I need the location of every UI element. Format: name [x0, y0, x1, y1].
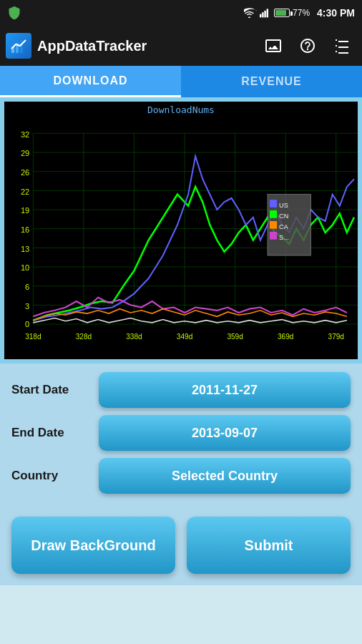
svg-rect-48	[270, 221, 277, 229]
svg-text:19: 19	[21, 206, 29, 215]
svg-rect-50	[270, 232, 277, 240]
chart-container: DownloadNums 0 3 6 10	[0, 97, 362, 364]
svg-rect-1	[262, 12, 263, 17]
submit-button[interactable]: Submit	[187, 517, 351, 574]
image-button[interactable]	[259, 31, 288, 60]
country-row: Country Selected Country	[11, 458, 351, 494]
svg-text:3: 3	[25, 301, 29, 310]
chart-logo-icon	[10, 37, 27, 54]
svg-text:328d: 328d	[76, 333, 92, 341]
svg-text:22: 22	[21, 187, 29, 195]
svg-text:359d: 359d	[227, 333, 243, 341]
tab-revenue[interactable]: REVENUE	[181, 66, 362, 97]
svg-text:349d: 349d	[177, 333, 193, 341]
svg-rect-44	[270, 200, 277, 208]
help-button[interactable]	[293, 31, 322, 60]
svg-text:13: 13	[21, 244, 29, 253]
svg-text:0: 0	[25, 320, 29, 328]
tab-bar: DOWNLOAD REVENUE	[0, 66, 362, 97]
end-date-label: End Date	[11, 426, 90, 440]
chart-inner: DownloadNums 0 3 6 10	[4, 102, 358, 359]
status-time: 4:30 PM	[317, 7, 355, 19]
chart-svg: 0 3 6 10 13 16 19 22 26 29 32 318d 328d …	[4, 118, 358, 347]
start-date-row: Start Date 2011-11-27	[11, 372, 351, 408]
security-icon	[7, 6, 21, 20]
wifi-icon	[244, 8, 257, 18]
svg-rect-3	[267, 9, 268, 17]
chart-title: DownloadNums	[4, 102, 358, 118]
svg-text:369d: 369d	[278, 333, 294, 341]
svg-text:29: 29	[21, 149, 29, 157]
app-title: AppDataTracker	[37, 38, 253, 54]
help-icon	[299, 37, 316, 54]
start-date-button[interactable]: 2011-11-27	[99, 372, 351, 408]
settings-icon	[333, 37, 351, 54]
svg-text:16: 16	[21, 225, 29, 234]
svg-text:10: 10	[21, 263, 29, 272]
image-icon	[265, 37, 282, 54]
draw-background-button[interactable]: Draw BackGround	[11, 517, 175, 574]
status-bar-left	[7, 6, 21, 20]
svg-text:318d: 318d	[25, 333, 41, 341]
status-icons: 77% 4:30 PM	[244, 7, 355, 19]
bottom-area: Draw BackGround Submit	[0, 502, 362, 585]
svg-rect-2	[264, 11, 265, 18]
country-button[interactable]: Selected Country	[99, 458, 351, 494]
battery-percent: 77%	[293, 8, 310, 18]
svg-rect-6	[20, 40, 23, 53]
tab-download[interactable]: DOWNLOAD	[0, 66, 181, 97]
svg-rect-0	[260, 14, 261, 18]
battery-icon	[274, 9, 290, 17]
app-logo	[6, 33, 31, 59]
svg-text:US: US	[279, 202, 288, 209]
settings-button[interactable]	[328, 31, 356, 60]
signal-icon	[260, 8, 271, 18]
form-area: Start Date 2011-11-27 End Date 2013-09-0…	[0, 364, 362, 502]
svg-text:379d: 379d	[328, 333, 345, 341]
svg-text:CA: CA	[279, 223, 288, 230]
svg-text:CN: CN	[279, 213, 288, 220]
svg-rect-46	[270, 210, 277, 218]
nav-bar: AppDataTracker	[0, 26, 362, 66]
country-label: Country	[11, 469, 90, 483]
end-date-button[interactable]: 2013-09-07	[99, 415, 351, 451]
svg-text:32: 32	[21, 130, 29, 138]
start-date-label: Start Date	[11, 383, 90, 397]
status-bar: 77% 4:30 PM	[0, 0, 362, 26]
end-date-row: End Date 2013-09-07	[11, 415, 351, 451]
svg-text:338d: 338d	[126, 333, 142, 341]
svg-text:26: 26	[21, 168, 29, 177]
svg-text:S...: S...	[279, 233, 289, 240]
svg-text:6: 6	[25, 283, 29, 291]
